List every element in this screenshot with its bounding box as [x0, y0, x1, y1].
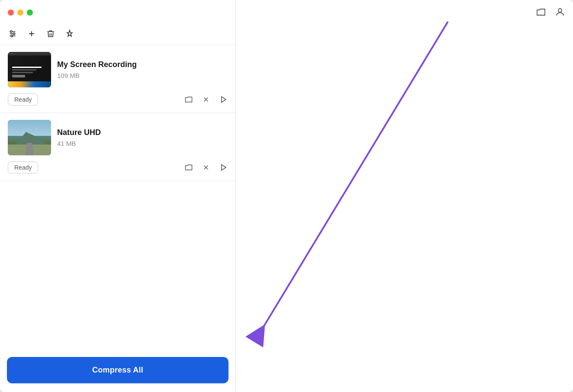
- file-item-bottom: Ready: [8, 93, 228, 106]
- right-panel: [236, 0, 573, 392]
- close-button[interactable]: [8, 10, 14, 16]
- bottom-area: Compress All: [0, 351, 235, 392]
- file-item: Nature UHD 41 MB Ready: [0, 113, 235, 181]
- annotation-arrow: [236, 0, 573, 392]
- file-size: 109 MB: [57, 72, 228, 79]
- play-icon[interactable]: [219, 95, 228, 104]
- maximize-button[interactable]: [27, 10, 33, 16]
- file-thumbnail: [8, 120, 51, 155]
- file-item: My Screen Recording 109 MB Ready: [0, 45, 235, 113]
- file-item-top: Nature UHD 41 MB: [8, 120, 228, 155]
- file-item-top: My Screen Recording 109 MB: [8, 52, 228, 87]
- svg-marker-13: [222, 164, 226, 170]
- settings-icon[interactable]: [8, 29, 17, 39]
- play-icon[interactable]: [219, 163, 228, 172]
- file-actions: [184, 163, 228, 172]
- account-icon[interactable]: [555, 7, 565, 17]
- status-badge[interactable]: Ready: [8, 93, 38, 106]
- folder-icon[interactable]: [184, 95, 193, 104]
- compress-all-button[interactable]: Compress All: [7, 357, 229, 383]
- status-badge[interactable]: Ready: [8, 161, 38, 174]
- right-toolbar: [536, 7, 565, 17]
- open-folder-icon[interactable]: [536, 7, 546, 17]
- file-info: My Screen Recording 109 MB: [57, 60, 228, 79]
- file-info: Nature UHD 41 MB: [57, 128, 228, 147]
- file-name: My Screen Recording: [57, 60, 228, 69]
- file-item-bottom: Ready: [8, 161, 228, 174]
- svg-marker-10: [222, 96, 226, 102]
- svg-point-3: [10, 30, 12, 32]
- file-name: Nature UHD: [57, 128, 228, 137]
- svg-line-15: [260, 22, 448, 333]
- title-bar: [0, 0, 235, 22]
- main-window: My Screen Recording 109 MB Ready: [0, 0, 573, 392]
- remove-icon[interactable]: [202, 95, 210, 104]
- delete-icon[interactable]: [46, 29, 55, 39]
- file-size: 41 MB: [57, 140, 228, 147]
- file-actions: [184, 95, 228, 104]
- file-thumbnail: [8, 52, 51, 87]
- minimize-button[interactable]: [17, 10, 23, 16]
- folder-icon[interactable]: [184, 163, 193, 172]
- svg-point-4: [13, 32, 15, 34]
- file-list: My Screen Recording 109 MB Ready: [0, 45, 235, 351]
- remove-icon[interactable]: [202, 163, 210, 172]
- left-panel: My Screen Recording 109 MB Ready: [0, 0, 236, 392]
- traffic-lights: [8, 10, 33, 16]
- svg-point-14: [558, 9, 562, 12]
- svg-point-5: [11, 35, 13, 36]
- toolbar: [0, 22, 235, 45]
- add-icon[interactable]: [27, 29, 36, 39]
- pin-icon[interactable]: [65, 29, 74, 39]
